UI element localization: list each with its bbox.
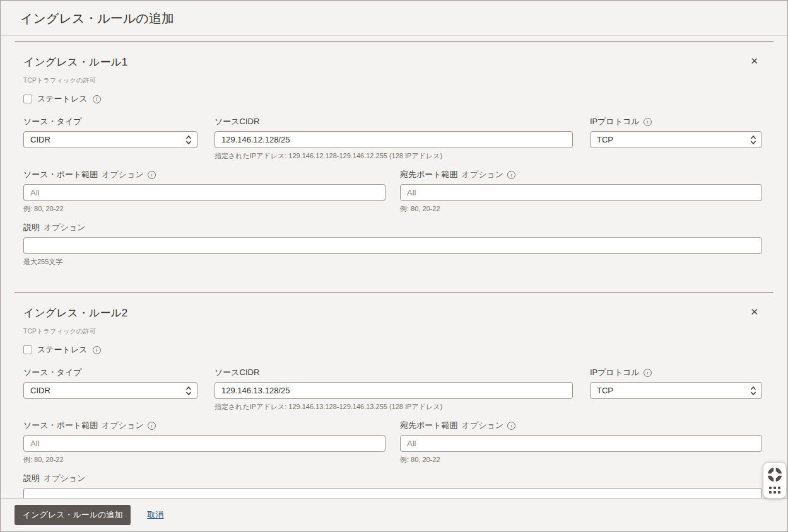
rule-row-3: 説明 オプション 最大255文字: [23, 222, 762, 267]
rule-row-1: ソース・タイプ CIDR ソースCIDR 指定されたIPアドレス: 129.14…: [23, 367, 762, 412]
source-port-helper: 例: 80, 20-22: [23, 455, 385, 465]
source-port-field: ソース・ポート範囲 オプション i 例: 80, 20-22: [23, 169, 385, 214]
rule-subtitle: TCPトラフィックの許可: [23, 76, 762, 85]
source-cidr-input[interactable]: [215, 131, 573, 148]
info-icon[interactable]: i: [507, 171, 515, 179]
description-label: 説明 オプション: [23, 473, 762, 484]
stateless-checkbox[interactable]: [23, 345, 32, 354]
source-port-input[interactable]: [23, 435, 385, 452]
ip-protocol-select-wrap: TCP: [590, 382, 762, 399]
rule-row-3: 説明 オプション 最大255文字: [23, 473, 762, 498]
source-port-input[interactable]: [23, 184, 385, 201]
ip-protocol-field: IPプロトコル i TCP: [590, 116, 762, 161]
destination-port-label: 宛先ポート範囲 オプション i: [400, 169, 762, 180]
info-icon[interactable]: i: [148, 171, 156, 179]
info-icon[interactable]: i: [93, 95, 101, 103]
rule-subtitle: TCPトラフィックの許可: [23, 327, 762, 336]
source-type-field: ソース・タイプ CIDR: [23, 367, 197, 412]
stateless-row: ステートレス i: [23, 344, 762, 356]
destination-port-field: 宛先ポート範囲 オプション i 例: 80, 20-22: [400, 169, 762, 214]
cancel-link[interactable]: 取消: [147, 509, 163, 521]
rule-title: イングレス・ルール2: [23, 306, 127, 320]
info-icon[interactable]: i: [148, 422, 156, 430]
source-port-helper: 例: 80, 20-22: [23, 204, 385, 214]
page-title: イングレス・ルールの追加: [20, 10, 768, 27]
source-type-select[interactable]: CIDR: [23, 382, 197, 399]
ip-protocol-select[interactable]: TCP: [590, 382, 762, 399]
description-helper: 最大255文字: [23, 257, 762, 267]
source-cidr-field: ソースCIDR 指定されたIPアドレス: 129.146.12.128-129.…: [215, 116, 573, 161]
ingress-rule-section-2: イングレス・ルール2 ✕ TCPトラフィックの許可 ステートレス i ソース・タ…: [15, 292, 773, 498]
source-cidr-field: ソースCIDR 指定されたIPアドレス: 129.146.13.128-129.…: [215, 367, 573, 412]
floating-help-widget[interactable]: [763, 462, 787, 499]
rule-row-2: ソース・ポート範囲 オプション i 例: 80, 20-22 宛先ポート範囲 オ…: [23, 420, 762, 465]
info-icon[interactable]: i: [644, 369, 652, 377]
source-type-select-wrap: CIDR: [23, 382, 197, 399]
source-cidr-input[interactable]: [215, 382, 573, 399]
info-icon[interactable]: i: [93, 346, 101, 354]
add-ingress-rules-button[interactable]: イングレス・ルールの追加: [15, 505, 131, 525]
source-type-label: ソース・タイプ: [23, 367, 197, 378]
destination-port-input[interactable]: [400, 184, 762, 201]
rule-row-2: ソース・ポート範囲 オプション i 例: 80, 20-22 宛先ポート範囲 オ…: [23, 169, 762, 214]
stateless-row: ステートレス i: [23, 93, 762, 105]
description-input[interactable]: [23, 488, 762, 498]
life-ring-icon: [767, 466, 783, 483]
close-icon[interactable]: ✕: [746, 55, 762, 67]
destination-port-label: 宛先ポート範囲 オプション i: [400, 420, 762, 431]
stateless-label: ステートレス: [37, 93, 88, 105]
ip-protocol-select[interactable]: TCP: [590, 131, 762, 148]
description-input[interactable]: [23, 237, 762, 254]
source-type-label: ソース・タイプ: [23, 116, 197, 127]
destination-port-input[interactable]: [400, 435, 762, 452]
info-icon[interactable]: i: [507, 422, 515, 430]
ingress-rule-section-1: イングレス・ルール1 ✕ TCPトラフィックの許可 ステートレス i ソース・タ…: [15, 41, 773, 283]
rule-header: イングレス・ルール2 ✕: [23, 306, 762, 320]
dialog-header: イングレス・ルールの追加: [1, 1, 787, 36]
source-cidr-helper: 指定されたIPアドレス: 129.146.12.128-129.146.12.2…: [215, 151, 573, 161]
description-label: 説明 オプション: [23, 222, 762, 233]
rule-row-1: ソース・タイプ CIDR ソースCIDR 指定されたIPアドレス: 129.14…: [23, 116, 762, 161]
source-cidr-label: ソースCIDR: [215, 367, 573, 378]
source-port-label: ソース・ポート範囲 オプション i: [23, 169, 385, 180]
info-icon[interactable]: i: [644, 118, 652, 126]
ip-protocol-label: IPプロトコル i: [590, 367, 762, 378]
ip-protocol-field: IPプロトコル i TCP: [590, 367, 762, 412]
source-type-select[interactable]: CIDR: [23, 131, 197, 148]
dialog-body: イングレス・ルール1 ✕ TCPトラフィックの許可 ステートレス i ソース・タ…: [1, 36, 787, 498]
rule-header: イングレス・ルール1 ✕: [23, 55, 762, 69]
destination-port-helper: 例: 80, 20-22: [400, 455, 762, 465]
add-ingress-rules-dialog: イングレス・ルールの追加 イングレス・ルール1 ✕ TCPトラフィックの許可 ス…: [0, 0, 788, 532]
dialog-footer: イングレス・ルールの追加 取消: [1, 498, 787, 531]
rule-title: イングレス・ルール1: [23, 55, 127, 69]
destination-port-field: 宛先ポート範囲 オプション i 例: 80, 20-22: [400, 420, 762, 465]
source-type-field: ソース・タイプ CIDR: [23, 116, 197, 161]
destination-port-helper: 例: 80, 20-22: [400, 204, 762, 214]
close-icon[interactable]: ✕: [746, 306, 762, 318]
source-port-label: ソース・ポート範囲 オプション i: [23, 420, 385, 431]
source-cidr-label: ソースCIDR: [215, 116, 573, 127]
source-type-select-wrap: CIDR: [23, 131, 197, 148]
source-cidr-helper: 指定されたIPアドレス: 129.146.13.128-129.146.13.2…: [215, 402, 573, 412]
stateless-checkbox[interactable]: [23, 95, 32, 103]
source-port-field: ソース・ポート範囲 オプション i 例: 80, 20-22: [23, 420, 385, 465]
ip-protocol-label: IPプロトコル i: [590, 116, 762, 127]
ip-protocol-select-wrap: TCP: [590, 131, 762, 148]
stateless-label: ステートレス: [37, 344, 88, 356]
grid-dots-icon: [769, 487, 780, 494]
